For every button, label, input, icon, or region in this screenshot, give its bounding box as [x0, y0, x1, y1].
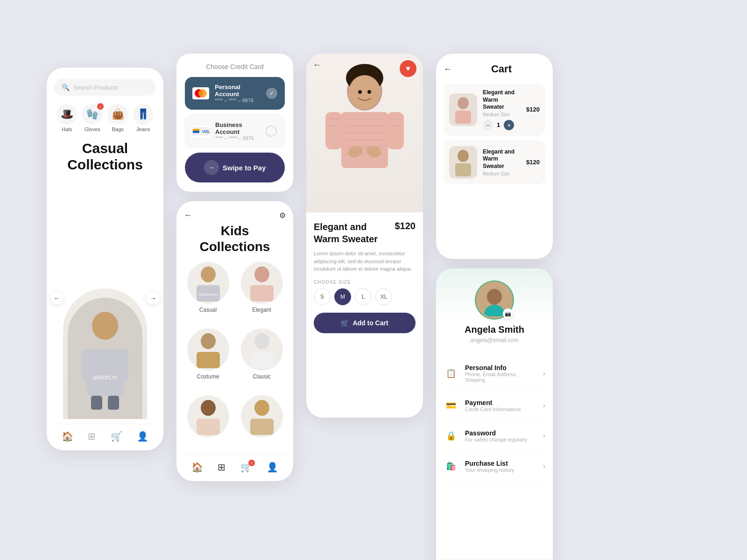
product-info-panel: Elegant and Warm Sweater $120 Lorem ipsu… — [306, 212, 423, 418]
purchase-list-title: Purchase List — [465, 460, 536, 467]
category-jeans[interactable]: 👖 Jeans — [133, 104, 154, 132]
center-column: Choose Credit Card Personal Account ****… — [176, 54, 293, 481]
svg-point-28 — [349, 75, 381, 109]
kids-item6[interactable] — [238, 395, 286, 450]
password-title: Password — [465, 429, 536, 437]
cart-header: ← Cart — [444, 63, 545, 75]
kids-item5-image — [187, 395, 229, 437]
add-to-cart-button[interactable]: 🛒 Add to Cart — [314, 313, 416, 333]
cart-item-2-price: $120 — [526, 159, 540, 166]
qty-1-value: 1 — [497, 121, 500, 128]
qty-minus-1-button[interactable]: − — [483, 120, 493, 130]
product-header: Elegant and Warm Sweater $120 — [314, 221, 416, 245]
svg-rect-47 — [455, 111, 471, 124]
cart-icon: 🛒 — [341, 319, 349, 327]
personal-info-sub: Phone, Email Address, Shipping — [465, 371, 536, 383]
business-account-option[interactable]: VISA Business Account **** – **** – 9876 — [185, 114, 285, 148]
category-hats[interactable]: 🎩 Hats — [56, 104, 77, 132]
product-back-button[interactable]: ← — [313, 60, 321, 70]
search-input[interactable]: Search Products — [73, 84, 118, 91]
svg-rect-23 — [197, 419, 220, 435]
purchase-list-arrow: › — [543, 462, 545, 470]
svg-rect-25 — [250, 419, 274, 435]
size-label: CHOOSE SIZE — [314, 280, 416, 285]
size-m-button[interactable]: M — [334, 288, 351, 305]
category-bags[interactable]: 👜 Bags — [107, 104, 128, 132]
swipe-label: Swipe to Pay — [223, 164, 266, 172]
profile-name: Angela Smith — [465, 324, 524, 335]
business-account-name: Business Account — [215, 121, 260, 135]
personal-info-menu-item[interactable]: 📋 Personal Info Phone, Email Address, Sh… — [444, 357, 545, 391]
personal-account-option[interactable]: Personal Account **** – **** – 9876 ✓ — [185, 77, 285, 110]
camera-icon[interactable]: 📷 — [503, 308, 513, 319]
product-price: $120 — [395, 221, 416, 231]
scene: 🔍 Search Products 🎩 Hats 🧤 ! Gloves 👜 Ba… — [47, 35, 700, 525]
kids-grid: BROOKLYN Casual Elegant Costume — [184, 262, 286, 450]
size-options: S M L XL — [314, 288, 416, 305]
kids-elegant-label: Elegant — [252, 307, 271, 313]
kids-profile-icon[interactable]: 👤 — [267, 462, 278, 473]
next-button[interactable]: → — [147, 292, 160, 305]
kids-costume-label: Costume — [197, 373, 219, 380]
cart-item-1-qty: − 1 + — [483, 120, 521, 130]
grid-nav-icon[interactable]: ⊞ — [88, 431, 96, 442]
size-l-button[interactable]: L — [355, 288, 372, 305]
profile-top: 📷 Angela Smith angela@email.com — [436, 268, 553, 353]
hats-label: Hats — [62, 126, 72, 132]
svg-rect-17 — [250, 285, 274, 301]
kids-casual-item[interactable]: BROOKLYN Casual — [184, 262, 232, 323]
svg-point-48 — [458, 150, 469, 162]
unselected-radio-icon — [266, 126, 277, 137]
kids-home-icon[interactable]: 🏠 — [191, 462, 203, 473]
svg-rect-5 — [91, 396, 102, 410]
visa-logo: VISA — [193, 125, 210, 137]
kids-grid-icon[interactable]: ⊞ — [218, 462, 226, 473]
kids-cart-icon[interactable]: 🛒2 — [240, 462, 252, 473]
payment-menu-item[interactable]: 💳 Payment Credit Card Informations › — [444, 391, 545, 421]
purchase-list-text: Purchase List Your shopping history — [465, 460, 536, 473]
prev-button[interactable]: ← — [50, 292, 63, 305]
search-bar[interactable]: 🔍 Search Products — [54, 79, 156, 96]
cart-back-button[interactable]: ← — [444, 64, 452, 74]
cart-item-1: Elegant and Warm Sweater Medium Size − 1… — [444, 84, 545, 136]
kids-casual-label: Casual — [199, 307, 217, 313]
home-nav-icon[interactable]: 🏠 — [62, 431, 73, 442]
purchase-list-menu-item[interactable]: 🛍️ Purchase List Your shopping history › — [444, 451, 545, 482]
collection-image-area: ← BROOKLYN → — [54, 177, 156, 419]
swipe-to-pay-button[interactable]: → Swipe to Pay — [185, 153, 285, 182]
filter-icon[interactable]: ⚙ — [279, 211, 286, 220]
password-menu-item[interactable]: 🔒 Password For safety change regularly › — [444, 421, 545, 451]
kids-collections-card: ← ⚙ Kids Collections BROOKLYN Casual Ele… — [176, 201, 293, 481]
kids-back-button[interactable]: ← — [184, 210, 192, 220]
gloves-badge: ! — [97, 103, 104, 110]
size-s-button[interactable]: S — [314, 288, 331, 305]
kids-costume-item[interactable]: Costume — [184, 329, 232, 390]
size-xl-button[interactable]: XL — [375, 288, 392, 305]
cart-card: ← Cart Elegant and Warm Sweater Medium S… — [436, 54, 553, 259]
business-account-number: **** – **** – 9876 — [215, 135, 260, 141]
product-image-area: ← ♥ — [306, 54, 423, 212]
credit-card-card: Choose Credit Card Personal Account ****… — [176, 54, 293, 192]
profile-nav-icon[interactable]: 👤 — [137, 431, 148, 442]
cart-item-1-price: $120 — [526, 106, 540, 113]
kids-classic-item[interactable]: Classic — [238, 329, 286, 390]
category-gloves[interactable]: 🧤 ! Gloves — [82, 104, 103, 132]
kids-elegant-item[interactable]: Elegant — [238, 262, 286, 323]
gloves-label: Gloves — [85, 126, 100, 132]
profile-email: angela@email.com — [471, 337, 519, 343]
kids-item5[interactable] — [184, 395, 232, 450]
personal-account-name: Personal Account — [215, 84, 261, 98]
purchase-list-sub: Your shopping history — [465, 467, 536, 473]
svg-rect-19 — [197, 352, 220, 368]
qty-plus-1-button[interactable]: + — [504, 120, 514, 130]
cart-item-2-size: Medium Size — [483, 171, 521, 176]
favorite-button[interactable]: ♥ — [400, 60, 416, 77]
svg-rect-11 — [193, 131, 199, 133]
bottom-nav-1: 🏠 ⊞ 🛒 👤 — [54, 424, 156, 450]
purchase-list-icon: 🛍️ — [444, 459, 458, 474]
kids-classic-label: Classic — [253, 373, 271, 380]
payment-arrow: › — [543, 401, 545, 410]
cart-nav-icon[interactable]: 🛒 — [111, 431, 122, 442]
personal-info-icon: 📋 — [444, 366, 458, 381]
selected-check-icon: ✓ — [266, 88, 277, 99]
